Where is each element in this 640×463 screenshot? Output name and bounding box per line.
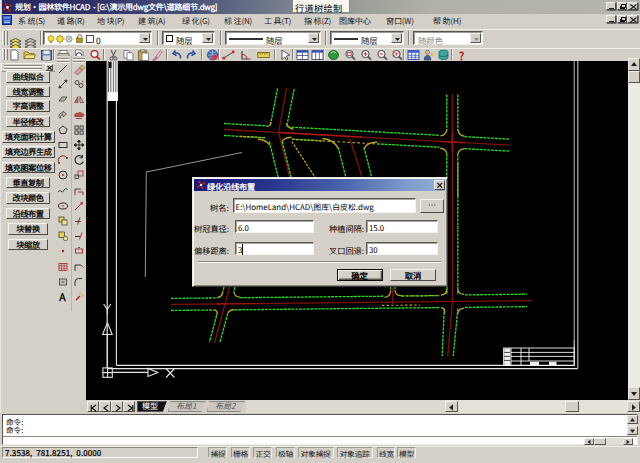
- svg-text:A: A: [58, 291, 66, 303]
- svg-text:?: ?: [459, 49, 464, 61]
